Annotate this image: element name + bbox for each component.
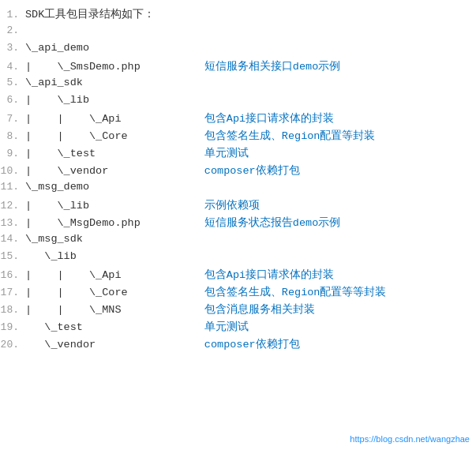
code-line: 5.\_api_sdk xyxy=(0,76,476,93)
line-content: | | \_Core 包含签名生成、Region配置等封装 xyxy=(25,129,476,143)
line-content: | \_lib 示例依赖项 xyxy=(25,198,476,212)
line-number: 2. xyxy=(0,24,25,36)
line-number: 19. xyxy=(0,321,25,333)
line-number: 16. xyxy=(0,269,25,281)
comment-text: 包含消息服务相关封装 xyxy=(204,304,315,316)
line-content: \_lib xyxy=(25,250,476,262)
line-content: \_msg_sdk xyxy=(25,233,476,245)
comment-text: composer依赖打包 xyxy=(204,165,300,177)
line-content: | | \_MNS 包含消息服务相关封装 xyxy=(25,302,476,317)
code-line: 1.SDK工具包目录结构如下： xyxy=(0,6,476,24)
comment-text: 包含签名生成、Region配置等等封装 xyxy=(204,287,387,298)
code-line: 15. \_lib xyxy=(0,249,476,267)
line-content: \_test 单元测试 xyxy=(25,320,476,334)
line-content: | | \_Api 包含Api接口请求体的封装 xyxy=(25,268,476,282)
line-content: | \_test 单元测试 xyxy=(25,146,476,160)
line-number: 18. xyxy=(0,304,25,316)
code-line: 6.| \_lib xyxy=(0,93,476,111)
line-number: 4. xyxy=(0,61,25,73)
line-content: | \_vendor composer依赖打包 xyxy=(25,163,476,178)
code-line: 2. xyxy=(0,24,476,41)
comment-text: 包含签名生成、Region配置等封装 xyxy=(204,130,376,142)
comment-text: 包含Api接口请求体的封装 xyxy=(204,269,334,281)
code-line: 7.| | \_Api 包含Api接口请求体的封装 xyxy=(0,111,476,128)
line-content: \_msg_demo xyxy=(25,181,476,193)
line-number: 6. xyxy=(0,94,25,106)
comment-text: 短信服务状态报告demo示例 xyxy=(204,217,340,229)
comment-text: 示例依赖项 xyxy=(204,200,260,212)
code-line: 16.| | \_Api 包含Api接口请求体的封装 xyxy=(0,267,476,284)
code-line: 14.\_msg_sdk xyxy=(0,232,476,249)
line-number: 20. xyxy=(0,339,25,351)
line-content: | | \_Api 包含Api接口请求体的封装 xyxy=(25,111,476,126)
code-block: 1.SDK工具包目录结构如下：2.3.\_api_demo4.| \_SmsDe… xyxy=(0,0,476,360)
line-number: 12. xyxy=(0,200,25,212)
line-number: 11. xyxy=(0,181,25,193)
line-number: 15. xyxy=(0,250,25,262)
line-number: 14. xyxy=(0,233,25,245)
line-content: | \_lib xyxy=(25,94,476,106)
line-content: \_api_demo xyxy=(25,42,476,54)
line-number: 17. xyxy=(0,287,25,298)
code-line: 3.\_api_demo xyxy=(0,41,476,58)
code-line: 12.| \_lib 示例依赖项 xyxy=(0,197,476,215)
line-content: \_api_sdk xyxy=(25,77,476,88)
code-line: 17.| | \_Core 包含签名生成、Region配置等等封装 xyxy=(0,284,476,302)
comment-text: 单元测试 xyxy=(204,321,249,333)
line-content: \_vendor composer依赖打包 xyxy=(25,337,476,351)
line-content: | \_MsgDemo.php 短信服务状态报告demo示例 xyxy=(25,216,476,230)
line-number: 3. xyxy=(0,42,25,54)
watermark: https://blog.csdn.net/wangzhae xyxy=(350,434,470,444)
line-number: 10. xyxy=(0,165,25,177)
code-line: 18.| | \_MNS 包含消息服务相关封装 xyxy=(0,302,476,319)
line-content: | \_SmsDemo.php 短信服务相关接口demo示例 xyxy=(25,59,476,73)
line-number: 9. xyxy=(0,148,25,159)
line-number: 8. xyxy=(0,130,25,142)
code-line: 10.| \_vendor composer依赖打包 xyxy=(0,163,476,180)
code-line: 19. \_test 单元测试 xyxy=(0,319,476,336)
line-number: 13. xyxy=(0,217,25,229)
code-line: 9.| \_test 单元测试 xyxy=(0,145,476,163)
comment-text: composer依赖打包 xyxy=(204,339,300,351)
code-line: 11.\_msg_demo xyxy=(0,180,476,197)
line-number: 7. xyxy=(0,113,25,125)
line-content: | | \_Core 包含签名生成、Region配置等等封装 xyxy=(25,285,476,299)
comment-text: 单元测试 xyxy=(204,148,249,159)
code-line: 20. \_vendor composer依赖打包 xyxy=(0,336,476,354)
line-number: 1. xyxy=(0,9,25,21)
code-line: 4.| \_SmsDemo.php 短信服务相关接口demo示例 xyxy=(0,58,476,76)
code-line: 13.| \_MsgDemo.php 短信服务状态报告demo示例 xyxy=(0,215,476,232)
line-content: SDK工具包目录结构如下： xyxy=(25,7,476,21)
comment-text: 包含Api接口请求体的封装 xyxy=(204,113,334,125)
line-number: 5. xyxy=(0,77,25,88)
code-line: 8.| | \_Core 包含签名生成、Region配置等封装 xyxy=(0,128,476,145)
comment-text: 短信服务相关接口demo示例 xyxy=(204,61,340,73)
